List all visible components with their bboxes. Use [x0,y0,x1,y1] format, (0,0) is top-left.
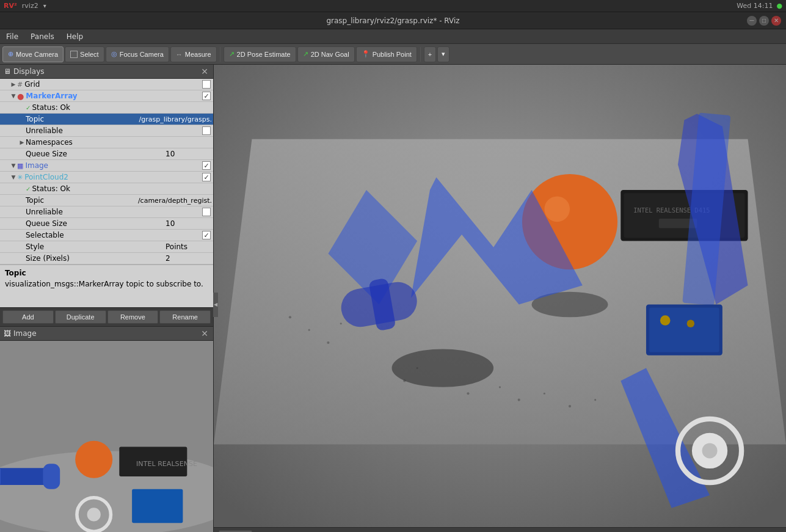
rename-button[interactable]: Rename [159,310,211,324]
grid-checkbox[interactable] [202,80,211,89]
tree-row-queuesize1[interactable]: Queue Size 10 [0,148,213,160]
image-label: Image [25,161,202,170]
3d-viewport[interactable]: INTEL REALSENSE D415 [214,65,786,532]
tree-row-pointcloud2[interactable]: ▼ ✳ PointCloud2 [0,172,213,183]
dropdown-arrow[interactable]: ▾ [43,2,46,9]
svg-rect-4 [43,464,60,489]
markerarray-expand-icon: ▼ [10,93,17,99]
tree-row-status2: ✓ Status: Ok [0,183,213,195]
menu-help[interactable]: Help [64,31,86,42]
select-label: Select [80,51,99,58]
remove-button[interactable]: Remove [107,310,159,324]
2d-nav-label: 2D Nav Goal [311,51,349,58]
os-bar: RV² rviz2 ▾ Wed 14:11 ● [0,0,786,12]
selectable-checkbox[interactable] [202,231,211,239]
image-icon: ▦ [17,162,23,170]
tree-row-markerarray[interactable]: ▼ ● MarkerArray [0,90,213,102]
reset-button[interactable]: Reset [219,530,252,533]
displays-panel-header: 🖥 Displays ✕ [0,65,213,79]
close-button[interactable]: ✕ [771,16,781,26]
status1-label: Status: Ok [32,103,212,112]
focus-camera-icon: ◎ [111,50,117,58]
toolbar: ⊕ Move Camera Select ◎ Focus Camera ↔ Me… [0,44,786,65]
menu-panels[interactable]: Panels [28,31,57,42]
publish-point-button[interactable]: 📍 Publish Point [356,46,417,62]
image-panel-close[interactable]: ✕ [200,329,209,338]
unreliable2-checkbox[interactable] [202,208,211,216]
tree-row-namespaces[interactable]: ▶ Namespaces [0,137,213,148]
status2-label: Status: Ok [32,184,212,193]
svg-point-13 [392,349,494,387]
titlebar: grasp_library/rviz2/grasp.rviz* - RViz ─… [0,12,786,29]
svg-point-30 [660,315,671,326]
svg-point-31 [687,319,694,327]
add-toolbar-button[interactable]: + [424,46,436,62]
topic2-value: /camera/depth_regist. [136,197,212,205]
tree-row-topic1[interactable]: Topic /grasp_library/grasps. [0,114,213,125]
unreliable1-checkbox[interactable] [202,126,211,135]
tree-row-unreliable1[interactable]: Unreliable [0,125,213,137]
svg-text:INTEL REALSENSE: INTEL REALSENSE [136,460,197,468]
menubar: File Panels Help [0,29,786,44]
more-button[interactable]: ▾ [437,46,449,62]
displays-label: Displays [13,67,44,76]
select-button[interactable]: Select [65,46,104,62]
2d-pose-button[interactable]: ↗ 2D Pose Estimate [224,46,296,62]
displays-close[interactable]: ✕ [200,67,209,76]
pointcloud2-label: PointCloud2 [24,173,202,181]
image-checkbox[interactable] [202,161,211,170]
queuesize1-label: Queue Size [26,150,163,158]
markerarray-label: MarkerArray [26,92,202,100]
2d-pose-icon: ↗ [229,50,235,58]
image-preview-svg: INTEL REALSENSE [0,341,213,532]
move-camera-icon: ⊕ [8,50,13,58]
svg-point-16 [544,197,570,222]
style-label: Style [26,242,163,251]
move-camera-label: Move Camera [16,51,58,58]
svg-rect-29 [649,308,719,352]
pointcloud2-checkbox[interactable] [202,173,211,181]
image-expand-icon: ▼ [10,162,17,169]
queuesize1-value: 10 [163,150,212,158]
move-camera-button[interactable]: ⊕ Move Camera [2,46,64,62]
tree-row-status1: ✓ Status: Ok [0,102,213,114]
measure-icon: ↔ [176,51,183,58]
viewport-svg: INTEL REALSENSE D415 [214,65,786,532]
tree-row-sizepixels[interactable]: Size (Pixels) 2 [0,253,213,264]
tree-row-queuesize2[interactable]: Queue Size 10 [0,218,213,230]
datetime: Wed 14:11 [737,2,773,10]
image-panel-icon: 🖼 [4,329,11,338]
pointcloud2-icon: ✳ [17,173,23,181]
duplicate-button[interactable]: Duplicate [55,310,106,324]
grid-icon: # [17,81,23,89]
focus-camera-label: Focus Camera [120,51,164,58]
sizepixels-label: Size (Pixels) [26,254,163,263]
tree-row-image[interactable]: ▼ ▦ Image [0,160,213,172]
add-button[interactable]: Add [2,310,54,324]
sizepixels-value: 2 [163,254,212,263]
app-name[interactable]: rviz2 [22,2,38,10]
queuesize2-label: Queue Size [26,219,163,228]
svg-point-36 [308,329,310,331]
minimize-button[interactable]: ─ [747,16,757,26]
tree-row-style[interactable]: Style Points [0,241,213,253]
tree-row-unreliable2[interactable]: Unreliable [0,206,213,218]
measure-button[interactable]: ↔ Measure [170,46,217,62]
svg-point-37 [327,341,329,344]
tree-row-topic2[interactable]: Topic /camera/depth_regist. [0,195,213,206]
tree-row-selectable[interactable]: Selectable [0,230,213,241]
focus-camera-button[interactable]: ◎ Focus Camera [106,46,169,62]
markerarray-checkbox[interactable] [202,92,211,100]
display-tree: ▶ # Grid ▼ ● MarkerArray ✓ Status: Ok [0,79,213,264]
collapse-handle[interactable]: ◀ [213,293,218,317]
info-description: visualization_msgs::MarkerArray topic to… [5,280,203,288]
2d-nav-button[interactable]: ↗ 2D Nav Goal [297,46,355,62]
menu-file[interactable]: File [4,31,21,42]
2d-pose-label: 2D Pose Estimate [237,51,291,58]
2d-nav-icon: ↗ [303,50,308,58]
publish-point-icon: 📍 [362,50,370,58]
tree-row-grid[interactable]: ▶ # Grid [0,79,213,90]
add-toolbar-icon: + [428,51,432,58]
namespaces-label: Namespaces [26,138,212,147]
maximize-button[interactable]: □ [759,16,769,26]
